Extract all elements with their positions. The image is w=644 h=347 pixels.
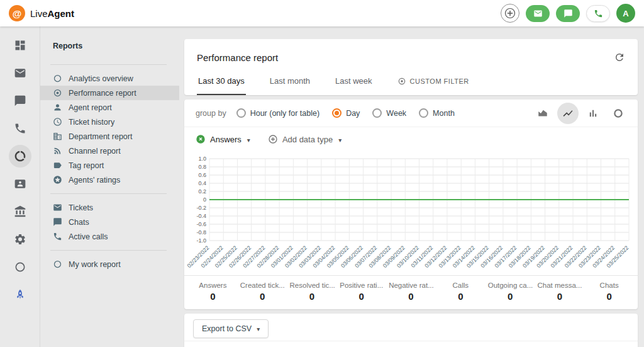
rail-item-status[interactable] — [9, 256, 31, 278]
stat-chats: Chats0 — [584, 282, 634, 302]
liveagent-logo-icon — [9, 5, 25, 21]
svg-text:0.4: 0.4 — [198, 180, 206, 186]
stat-label: Resolved tic... — [287, 282, 337, 289]
sidebar-item-label: Analytics overview — [69, 74, 133, 83]
tab-custom-filter[interactable]: CUSTOM FILTER — [396, 68, 470, 95]
svg-text:-0.2: -0.2 — [196, 205, 206, 211]
caret-down-icon — [255, 324, 260, 333]
circle-icon — [14, 261, 26, 273]
rail-item-chats[interactable] — [9, 89, 31, 112]
sidebar-item-analytics-overview[interactable]: Analytics overview — [40, 71, 179, 86]
chat-icon — [14, 94, 26, 107]
stat-outgoing-ca: Outgoing ca...0 — [486, 282, 535, 302]
pie-chart-button[interactable] — [608, 103, 629, 124]
line-chart-button[interactable] — [557, 103, 579, 124]
rail-item-reports[interactable] — [9, 145, 31, 168]
sidebar-item-ticket-history[interactable]: Ticket history — [40, 115, 179, 129]
sidebar-item-chats[interactable]: Chats — [40, 215, 179, 229]
clock-icon — [53, 117, 62, 127]
tab-last-month[interactable]: Last month — [269, 68, 311, 95]
sidebar-item-my-work-report[interactable]: My work report — [40, 257, 179, 271]
tab-last-30-days[interactable]: Last 30 days — [197, 68, 246, 95]
answers-series-chip[interactable]: Answers — [196, 134, 250, 144]
rail-item-bank[interactable] — [9, 200, 31, 223]
rail-item-contacts[interactable] — [9, 173, 31, 195]
tab-last-week[interactable]: Last week — [334, 68, 374, 95]
sidebar-item-channel-report[interactable]: Channel report — [40, 144, 179, 158]
sidebar-item-agents-ratings[interactable]: Agents' ratings — [40, 173, 179, 187]
icon-rail — [0, 26, 40, 347]
sidebar-item-label: Agents' ratings — [69, 176, 120, 185]
radio-month[interactable]: Month — [419, 108, 455, 118]
report-table-card: Export to CSV Date↓Answers↓Created ticke… — [184, 314, 638, 347]
circle-icon — [53, 259, 62, 269]
svg-text:0.8: 0.8 — [198, 164, 206, 170]
chart-type-switcher — [532, 103, 629, 124]
sidebar-item-tickets[interactable]: Tickets — [40, 200, 179, 215]
stat-value: 0 — [486, 291, 535, 302]
pie-chart-icon — [613, 108, 624, 119]
gear-icon — [14, 233, 26, 246]
stat-positive-rati: Positive rati...0 — [336, 282, 386, 302]
group-by-toolbar: group by Hour (only for table)DayWeekMon… — [184, 100, 638, 127]
sidebar-item-performance-report[interactable]: Performance report — [40, 86, 179, 100]
sidebar-item-tag-report[interactable]: Tag report — [40, 158, 179, 173]
line-chart-icon — [562, 108, 574, 119]
stat-value: 0 — [188, 291, 238, 302]
reports-sidebar: Reports Analytics overviewPerformance re… — [40, 26, 179, 347]
radio-week[interactable]: Week — [372, 108, 406, 118]
radio-hour-only-for-table[interactable]: Hour (only for table) — [236, 108, 319, 118]
topbar-actions: A — [501, 4, 635, 23]
stat-label: Calls — [436, 282, 486, 289]
stat-label: Positive rati... — [336, 282, 386, 289]
export-csv-button[interactable]: Export to CSV — [193, 319, 269, 338]
chip-x-icon — [196, 134, 206, 144]
svg-text:-0.4: -0.4 — [196, 213, 206, 219]
sidebar-item-label: My work report — [69, 260, 121, 269]
email-icon — [53, 203, 62, 212]
new-chat-button[interactable] — [556, 5, 580, 22]
stat-created-tick: Created tick...0 — [238, 282, 287, 302]
tag-icon — [53, 161, 62, 170]
stat-label: Chat messa... — [535, 282, 584, 289]
sidebar-item-label: Agent report — [69, 103, 112, 112]
avatar[interactable]: A — [616, 4, 635, 23]
contacts-icon — [14, 178, 26, 190]
sidebar-item-department-report[interactable]: Department report — [40, 129, 179, 144]
main-content: Performance report Last 30 daysLast mont… — [179, 26, 644, 347]
radio-day[interactable]: Day — [332, 108, 360, 118]
radio-dot-icon — [419, 108, 428, 118]
liveagent-brand[interactable]: LiveAgent — [9, 5, 74, 21]
area-chart-button[interactable] — [532, 103, 553, 124]
rail-item-calls[interactable] — [9, 117, 31, 140]
filter-icon — [397, 77, 406, 86]
series-filter-row: Answers Add data type — [184, 127, 638, 150]
bar-chart-button[interactable] — [582, 103, 604, 124]
add-data-type-button[interactable]: Add data type — [268, 134, 341, 144]
sidebar-item-agent-report[interactable]: Agent report — [40, 100, 179, 115]
tab-bar: Last 30 daysLast monthLast weekCUSTOM FI… — [184, 68, 638, 95]
rail-item-getting-started[interactable] — [9, 283, 31, 306]
rail-item-tickets[interactable] — [9, 62, 31, 84]
radio-dot-icon — [236, 108, 246, 118]
sidebar-item-label: Performance report — [69, 89, 136, 98]
performance-chart: 1.00.80.60.40.20-0.2-0.4-0.6-0.8-1.002/2… — [184, 150, 638, 275]
sidebar-item-label: Channel report — [69, 147, 121, 156]
rail-item-dashboard[interactable] — [9, 34, 31, 57]
refresh-button[interactable] — [614, 52, 625, 63]
stat-calls: Calls0 — [436, 282, 486, 302]
circle-icon — [53, 74, 62, 83]
call-button[interactable] — [586, 5, 610, 22]
stat-value: 0 — [436, 291, 486, 302]
email-icon — [533, 9, 543, 18]
rocket-icon — [14, 288, 26, 301]
topbar: LiveAgent A — [0, 0, 644, 26]
bank-icon — [14, 205, 26, 218]
divider — [50, 64, 167, 65]
new-email-button[interactable] — [526, 5, 550, 22]
rail-item-settings[interactable] — [9, 228, 31, 251]
stat-value: 0 — [238, 291, 287, 302]
sidebar-item-active-calls[interactable]: Active calls — [40, 229, 179, 244]
chat-icon — [564, 9, 573, 18]
add-button[interactable] — [501, 4, 519, 23]
